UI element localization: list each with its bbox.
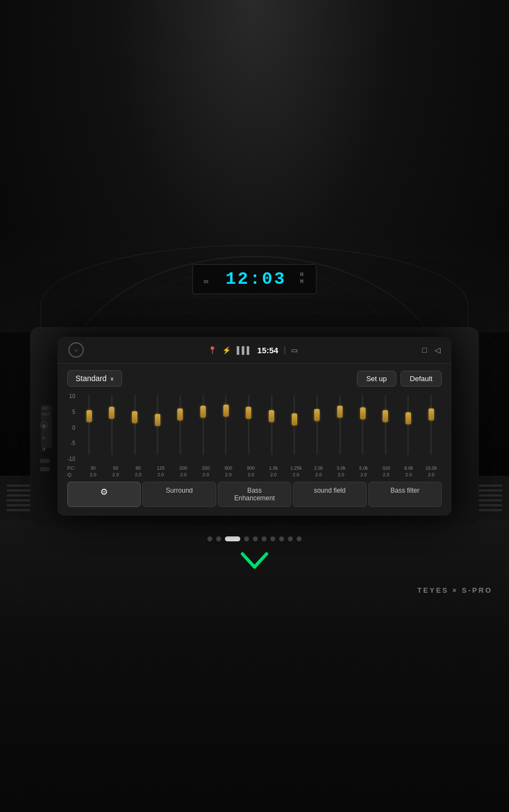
slider-handle-14 (383, 410, 388, 422)
eq-bottom-tabs: ⚙ Surround BassEnhancement sound field B (67, 477, 442, 510)
eq-tab-surround[interactable]: Surround (142, 482, 216, 507)
clock-symbol: ∞ (204, 277, 210, 286)
bass-enhancement-label: BassEnhancement (222, 487, 287, 502)
eq-top-controls: Standard ∨ Set up Default (67, 370, 442, 387)
home-button[interactable]: ⌂ (40, 434, 48, 441)
dropdown-chevron-icon: ∨ (110, 376, 114, 382)
power-button[interactable]: ⏻ (40, 422, 48, 429)
eq-sliders (78, 392, 442, 463)
q-label: Q: (67, 472, 83, 477)
eq-tab-sound-field[interactable]: sound field (293, 482, 366, 507)
device-frame: · MIC · RST ⏻ ⌂ ↺ (30, 327, 479, 525)
page-dot-8[interactable] (279, 536, 284, 541)
slider-handle-13 (360, 407, 366, 419)
status-left: ○ (68, 342, 84, 358)
preset-label: Standard (76, 374, 107, 383)
page-dots (0, 525, 509, 550)
slider-handle-7 (223, 405, 229, 417)
eq-slider-16[interactable] (420, 392, 442, 463)
slider-handle-4 (155, 414, 160, 426)
eq-screen: ○ 📍 ⚡ ▌▌▌ 15:54 | ▭ □ ◁ (57, 337, 452, 516)
slider-handle-11 (314, 409, 320, 421)
eq-tab-settings[interactable]: ⚙ (67, 482, 141, 507)
q-row: Q: 2.0 2.0 2.0 2.0 2.0 2.0 2.0 2.0 2.0 2… (67, 472, 442, 477)
slider-handle-6 (200, 406, 206, 418)
eq-slider-1[interactable] (78, 392, 100, 463)
page-dot-5[interactable] (253, 536, 258, 541)
eq-slider-6[interactable] (193, 392, 214, 463)
eq-action-buttons: Set up Default (357, 371, 442, 387)
eq-slider-14[interactable] (375, 392, 396, 463)
page-dot-7[interactable] (270, 536, 275, 541)
eq-scale: 10 5 0 -5 -10 (67, 392, 78, 463)
clock-hm: HM (300, 271, 305, 285)
eq-tab-bass-filter[interactable]: Bass filter (368, 482, 442, 507)
status-power-icon: ○ (68, 342, 84, 358)
chevron-down-icon[interactable] (238, 550, 271, 571)
slider-handle-16 (429, 408, 434, 420)
eq-content: Standard ∨ Set up Default 10 5 (57, 364, 452, 516)
page-dot-6[interactable] (262, 536, 267, 541)
page-dot-10[interactable] (297, 536, 302, 541)
eq-sliders-area: 10 5 0 -5 -10 (67, 392, 442, 463)
page-dot-2[interactable] (216, 536, 221, 541)
eq-slider-4[interactable] (147, 392, 168, 463)
battery-icon: ▭ (291, 346, 298, 354)
eq-slider-3[interactable] (124, 392, 146, 463)
bluetooth-icon: ⚡ (222, 346, 231, 354)
eq-slider-12[interactable] (329, 392, 351, 463)
surround-label: Surround (146, 487, 212, 494)
slider-handle-10 (292, 413, 297, 425)
slider-handle-12 (337, 406, 343, 418)
q-values: 2.0 2.0 2.0 2.0 2.0 2.0 2.0 2.0 2.0 2.0 … (83, 472, 442, 477)
slider-handle-3 (132, 411, 137, 423)
page-dot-4[interactable] (244, 536, 249, 541)
location-icon: 📍 (208, 346, 217, 354)
status-time: 15:54 (257, 346, 278, 355)
status-bar: ○ 📍 ⚡ ▌▌▌ 15:54 | ▭ □ ◁ (57, 337, 452, 364)
page-dot-1[interactable] (207, 536, 212, 541)
eq-slider-7[interactable] (215, 392, 236, 463)
eq-slider-5[interactable] (170, 392, 191, 463)
divider: | (284, 346, 286, 354)
volume-down[interactable] (40, 467, 50, 471)
eq-slider-9[interactable] (261, 392, 282, 463)
clock-time: 12:03 (225, 269, 286, 289)
bass-filter-label: Bass filter (372, 487, 438, 494)
status-center: 📍 ⚡ ▌▌▌ 15:54 | ▭ (208, 346, 298, 355)
preset-dropdown[interactable]: Standard ∨ (67, 370, 122, 387)
eq-slider-13[interactable] (352, 392, 373, 463)
eq-slider-15[interactable] (398, 392, 419, 463)
eq-slider-8[interactable] (238, 392, 259, 463)
slider-handle-2 (109, 407, 114, 419)
signal-icon: ▌▌▌ (236, 346, 252, 354)
volume-up[interactable] (40, 459, 50, 463)
eq-tab-bass-enhancement[interactable]: BassEnhancement (218, 482, 291, 507)
eq-slider-2[interactable] (101, 392, 123, 463)
setup-button[interactable]: Set up (357, 371, 396, 387)
fc-label: FC: (67, 465, 83, 471)
eq-slider-10[interactable] (284, 392, 305, 463)
chevron-down-area (0, 550, 509, 583)
brand-text: TEYES × S-PRO (0, 583, 509, 605)
bottom-area: TEYES × S-PRO (0, 525, 509, 605)
slider-handle-5 (177, 408, 183, 420)
page-dot-9[interactable] (288, 536, 293, 541)
sound-field-label: sound field (297, 487, 362, 494)
clock-display: ∞ 12:03 HM (192, 264, 316, 294)
slider-handle-1 (86, 410, 92, 422)
slider-handle-8 (246, 407, 251, 419)
back-arrow-icon: ◁ (435, 346, 441, 354)
default-button[interactable]: Default (401, 371, 442, 387)
side-buttons: · MIC · RST ⏻ ⌂ ↺ (40, 406, 50, 471)
car-hood-area: ∞ 12:03 HM (0, 234, 509, 332)
settings-icon: ⚙ (71, 487, 137, 497)
status-right: □ ◁ (423, 346, 441, 354)
page-dot-3-active[interactable] (225, 536, 240, 541)
eq-slider-11[interactable] (306, 392, 328, 463)
page-wrapper: 31 Equalizer Adjustments Because we have… (0, 0, 509, 812)
slider-handle-15 (406, 412, 411, 424)
fc-row: FC: 30 50 80 125 200 320 500 800 1.0k 1.… (67, 465, 442, 471)
back-button[interactable]: ↺ (40, 446, 48, 453)
window-icon: □ (423, 346, 427, 354)
